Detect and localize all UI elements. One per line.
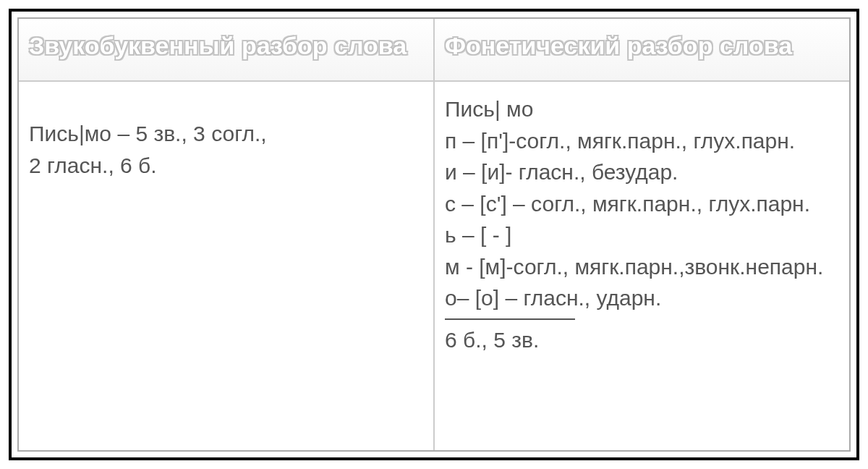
left-line-2: 2 гласн., 6 б. (29, 150, 423, 182)
summary-line: 6 б., 5 зв. (445, 324, 839, 356)
phonetic-line: ь – [ - ] (445, 219, 839, 251)
left-line-1: Пись|мо – 5 зв., 3 согл., (29, 118, 423, 150)
phonetic-line: и – [и]- гласн., безудар. (445, 156, 839, 188)
header-right: Фонетический разбор слова (435, 19, 849, 80)
word-syllables: Пись| мо (445, 93, 839, 125)
body-left: Пись|мо – 5 зв., 3 согл., 2 гласн., 6 б. (19, 82, 435, 450)
table-container: Звукобуквенный разбор слова Фонетический… (17, 17, 851, 452)
phonetic-line: п – [п']-согл., мягк.парн., глух.парн. (445, 125, 839, 157)
phonetic-line: с – [с'] – согл., мягк.парн., глух.парн. (445, 188, 839, 220)
header-left: Звукобуквенный разбор слова (19, 19, 435, 80)
table-body-row: Пись|мо – 5 зв., 3 согл., 2 гласн., 6 б.… (19, 82, 849, 450)
phonetic-line: о– [о] – гласн., ударн. (445, 282, 839, 314)
divider-line (445, 318, 575, 320)
table-header-row: Звукобуквенный разбор слова Фонетический… (19, 19, 849, 82)
body-right: Пись| мо п – [п']-согл., мягк.парн., глу… (435, 82, 849, 450)
phonetic-line: м - [м]-согл., мягк.парн.,звонк.непарн. (445, 251, 839, 283)
outer-frame: Звукобуквенный разбор слова Фонетический… (9, 9, 859, 460)
